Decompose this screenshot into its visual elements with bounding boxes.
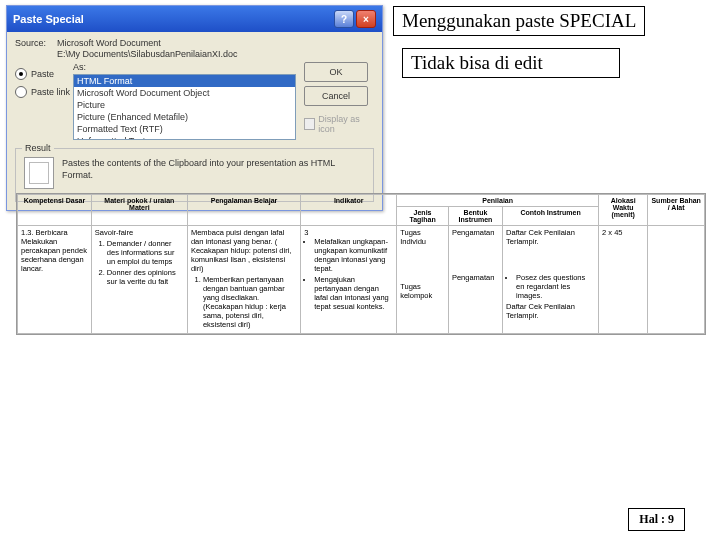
cancel-button[interactable]: Cancel (304, 86, 368, 106)
display-as-icon-checkbox: Display as icon (304, 114, 374, 134)
paste-icon (24, 157, 54, 189)
page-number: Hal : 9 (628, 508, 685, 531)
list-item[interactable]: Formatted Text (RTF) (74, 123, 295, 135)
pasted-content: Kompetensi Dasar Materi pokok / uraian M… (16, 193, 706, 335)
annotation-title: Menggunakan paste SPECIAL (393, 6, 645, 36)
as-label: As: (73, 62, 296, 72)
format-listbox[interactable]: HTML Format Microsoft Word Document Obje… (73, 74, 296, 140)
annotation-note: Tidak bisa di edit (402, 48, 620, 78)
ok-button[interactable]: OK (304, 62, 368, 82)
dialog-title: Paste Special (13, 13, 332, 25)
list-item[interactable]: Microsoft Word Document Object (74, 87, 295, 99)
help-button[interactable]: ? (334, 10, 354, 28)
list-item[interactable]: Unformatted Text (74, 135, 295, 140)
syllabus-table: Kompetensi Dasar Materi pokok / uraian M… (17, 194, 705, 334)
source-value: Microsoft Word Document E:\My Documents\… (57, 38, 374, 60)
list-item[interactable]: Picture (74, 99, 295, 111)
source-label: Source: (15, 38, 57, 60)
paste-radio[interactable]: Paste (15, 68, 73, 80)
titlebar[interactable]: Paste Special ? × (7, 6, 382, 32)
list-item[interactable]: HTML Format (74, 75, 295, 87)
result-text: Pastes the contents of the Clipboard int… (62, 157, 365, 189)
table-row: 1.3. Berbicara Melakukan percakapan pend… (18, 226, 705, 334)
list-item[interactable]: Picture (Enhanced Metafile) (74, 111, 295, 123)
paste-link-radio[interactable]: Paste link (15, 86, 73, 98)
paste-special-dialog: Paste Special ? × Source: Microsoft Word… (6, 5, 383, 211)
close-button[interactable]: × (356, 10, 376, 28)
result-label: Result (22, 143, 54, 153)
